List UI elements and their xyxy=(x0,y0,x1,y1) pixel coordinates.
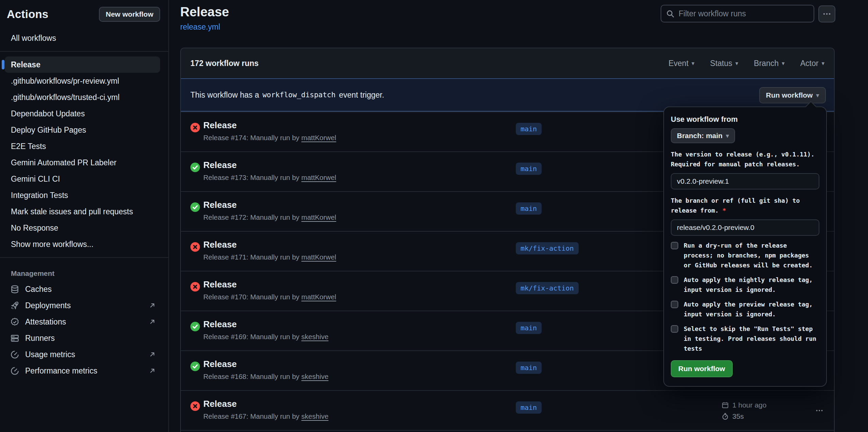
sidebar-item-label: E2E Tests xyxy=(11,142,46,151)
run-description-text: Release #170: Manually run by xyxy=(203,293,300,301)
sidebar-title: Actions xyxy=(7,8,48,21)
workflow-dispatch-code: workflow_dispatch xyxy=(262,91,336,99)
chevron-down-icon: ▾ xyxy=(821,60,824,67)
run-title[interactable]: Release xyxy=(203,399,237,409)
branch-select-label: Branch: main xyxy=(677,132,722,140)
version-input[interactable] xyxy=(671,173,819,189)
sidebar-item-workflow[interactable]: Show more workflows... xyxy=(5,236,160,252)
filter-dropdown[interactable]: Status ▾ xyxy=(710,59,738,68)
run-workflow-submit-button[interactable]: Run workflow xyxy=(671,360,733,377)
run-workflow-dropdown-button[interactable]: Run workflow ▾ xyxy=(759,87,826,103)
workflow-nav-list: Release .github/workflows/pr-review.yml … xyxy=(0,56,168,252)
checkbox-label: Run a dry-run of the release process; no… xyxy=(684,240,819,270)
run-actor-link[interactable]: mattKorwel xyxy=(301,173,336,181)
chevron-down-icon: ▾ xyxy=(692,60,695,67)
run-title[interactable]: Release xyxy=(203,279,237,290)
sidebar-item-workflow[interactable]: Integration Tests xyxy=(5,187,160,203)
sidebar-item-label: Runners xyxy=(25,334,156,343)
sidebar-item-workflow[interactable]: Mark stale issues and pull requests xyxy=(5,203,160,220)
stopwatch-icon xyxy=(721,413,729,420)
sidebar-item-management[interactable]: Runners xyxy=(0,330,168,346)
sidebar-item-management[interactable]: Deployments xyxy=(0,297,168,314)
branch-badge[interactable]: main xyxy=(516,362,542,374)
run-actor-link[interactable]: mattKorwel xyxy=(301,293,336,301)
calendar-icon xyxy=(721,401,729,409)
checkbox-label: Select to skip the "Run Tests" step in t… xyxy=(684,324,819,353)
run-title[interactable]: Release xyxy=(203,319,237,330)
run-description: Release #171: Manually run by mattKorwel xyxy=(203,253,336,261)
failure-icon xyxy=(190,401,200,411)
checkbox-label: Auto apply the nightly release tag, inpu… xyxy=(684,275,819,295)
checkbox[interactable] xyxy=(671,301,678,308)
sidebar-item-workflow[interactable]: Release xyxy=(5,56,160,73)
external-link-icon xyxy=(149,367,156,375)
sidebar-item-workflow[interactable]: E2E Tests xyxy=(5,138,160,154)
run-title[interactable]: Release xyxy=(203,359,237,369)
run-description-text: Release #174: Manually run by xyxy=(203,134,300,142)
sidebar-item-workflow[interactable]: Deploy GitHub Pages xyxy=(5,122,160,138)
required-asterisk: * xyxy=(722,207,726,214)
branch-badge[interactable]: main xyxy=(516,123,542,135)
run-description-text: Release #169: Manually run by xyxy=(203,333,300,340)
run-title[interactable]: Release xyxy=(203,200,237,210)
run-actor-link[interactable]: mattKorwel xyxy=(301,213,336,221)
sidebar-item-all-workflows[interactable]: All workflows xyxy=(5,30,160,46)
branch-badge[interactable]: main xyxy=(516,163,542,175)
run-description: Release #170: Manually run by mattKorwel xyxy=(203,293,336,301)
filter-dropdown-label: Branch xyxy=(754,59,779,68)
run-title[interactable]: Release xyxy=(203,160,237,170)
branch-badge[interactable]: mk/fix-action xyxy=(516,282,579,294)
rocket-icon xyxy=(10,301,19,310)
checkbox-row: Auto apply the preview release tag, inpu… xyxy=(671,299,819,319)
branch-badge[interactable]: mk/fix-action xyxy=(516,242,579,254)
kebab-horizontal-icon xyxy=(822,10,831,18)
ref-input[interactable] xyxy=(671,219,819,236)
filter-dropdown[interactable]: Branch ▾ xyxy=(754,59,784,68)
new-workflow-button[interactable]: New workflow xyxy=(99,7,160,22)
sidebar-item-label: Performance metrics xyxy=(25,366,149,376)
run-actor-link[interactable]: skeshive xyxy=(301,412,328,420)
branch-badge[interactable]: main xyxy=(516,202,542,215)
kebab-horizontal-icon xyxy=(815,406,823,415)
filter-workflow-runs-input[interactable] xyxy=(679,9,809,18)
filter-dropdown[interactable]: Event ▾ xyxy=(668,59,694,68)
sidebar-item-management[interactable]: Attestations xyxy=(0,314,168,330)
failure-icon xyxy=(190,282,200,292)
sidebar-item-workflow[interactable]: .github/workflows/trusted-ci.yml xyxy=(5,89,160,105)
workflow-file-link[interactable]: release.yml xyxy=(180,22,220,32)
workflow-options-kebab-button[interactable] xyxy=(818,5,835,22)
run-options-kebab-button[interactable] xyxy=(813,404,826,417)
sidebar-item-management[interactable]: Usage metrics xyxy=(0,346,168,363)
external-link-icon xyxy=(149,302,156,309)
sidebar-item-management[interactable]: Performance metrics xyxy=(0,363,168,379)
chevron-down-icon: ▾ xyxy=(735,60,738,67)
run-actor-link[interactable]: mattKorwel xyxy=(301,253,336,261)
banner-text-before: This workflow has a xyxy=(190,90,259,100)
sidebar-item-workflow[interactable]: Gemini Automated PR Labeler xyxy=(5,154,160,171)
external-link-icon xyxy=(149,318,156,326)
version-input-label: The version to release (e.g., v0.1.11). … xyxy=(671,149,819,169)
sidebar-item-workflow[interactable]: Dependabot Updates xyxy=(5,105,160,122)
filter-dropdown[interactable]: Actor ▾ xyxy=(800,59,824,68)
sidebar-item-workflow[interactable]: .github/workflows/pr-review.yml xyxy=(5,73,160,89)
sidebar-item-workflow[interactable]: Gemini CLI CI xyxy=(5,171,160,187)
workflow-run-row[interactable]: Release Release #167: Manually run by sk… xyxy=(181,390,834,430)
database-icon xyxy=(10,285,19,294)
checkbox[interactable] xyxy=(671,276,678,284)
sidebar-item-label: Dependabot Updates xyxy=(11,109,85,118)
checkbox[interactable] xyxy=(671,242,678,249)
run-workflow-dialog: Use workflow from Branch: main ▾ The ver… xyxy=(663,106,827,387)
branch-badge[interactable]: main xyxy=(516,322,542,334)
run-title[interactable]: Release xyxy=(203,120,237,131)
branch-select-button[interactable]: Branch: main ▾ xyxy=(671,128,735,143)
sidebar-item-management[interactable]: Caches xyxy=(0,281,168,297)
run-actor-link[interactable]: mattKorwel xyxy=(301,134,336,142)
run-actor-link[interactable]: skeshive xyxy=(301,372,328,380)
branch-badge[interactable]: main xyxy=(516,401,542,414)
failure-icon xyxy=(190,123,200,132)
sidebar-item-workflow[interactable]: No Response xyxy=(5,220,160,236)
checkbox[interactable] xyxy=(671,325,678,333)
run-title[interactable]: Release xyxy=(203,239,237,250)
run-actor-link[interactable]: skeshive xyxy=(301,333,328,340)
filter-dropdown-label: Status xyxy=(710,59,732,68)
